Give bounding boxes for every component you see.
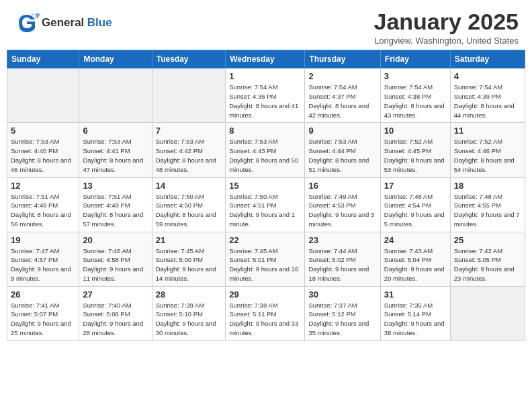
- day-number: 22: [229, 235, 301, 245]
- calendar-cell: 2Sunrise: 7:54 AM Sunset: 4:37 PM Daylig…: [305, 68, 380, 123]
- day-info: Sunrise: 7:53 AM Sunset: 4:42 PM Dayligh…: [156, 137, 222, 174]
- title-section: January 2025 Longview, Washington, Unite…: [374, 9, 519, 46]
- calendar-row-0: 1Sunrise: 7:54 AM Sunset: 4:36 PM Daylig…: [7, 68, 525, 123]
- day-number: 16: [308, 181, 376, 191]
- calendar-cell: 13Sunrise: 7:51 AM Sunset: 4:49 PM Dayli…: [79, 177, 152, 232]
- calendar-cell: 10Sunrise: 7:52 AM Sunset: 4:45 PM Dayli…: [380, 123, 450, 177]
- day-info: Sunrise: 7:53 AM Sunset: 4:44 PM Dayligh…: [308, 137, 376, 174]
- day-number: 29: [229, 289, 301, 300]
- day-info: Sunrise: 7:52 AM Sunset: 4:46 PM Dayligh…: [454, 137, 521, 174]
- calendar-cell: 26Sunrise: 7:41 AM Sunset: 5:07 PM Dayli…: [7, 286, 79, 340]
- day-number: 12: [11, 181, 75, 191]
- calendar-cell: 17Sunrise: 7:48 AM Sunset: 4:54 PM Dayli…: [380, 177, 450, 232]
- day-info: Sunrise: 7:44 AM Sunset: 5:02 PM Dayligh…: [308, 246, 376, 283]
- day-info: Sunrise: 7:42 AM Sunset: 5:05 PM Dayligh…: [454, 246, 521, 283]
- day-number: 2: [308, 71, 376, 81]
- location: Longview, Washington, United States: [374, 36, 519, 46]
- calendar-cell: 20Sunrise: 7:46 AM Sunset: 4:58 PM Dayli…: [79, 232, 152, 286]
- calendar-cell: 23Sunrise: 7:44 AM Sunset: 5:02 PM Dayli…: [305, 232, 380, 286]
- day-info: Sunrise: 7:40 AM Sunset: 5:08 PM Dayligh…: [83, 301, 148, 338]
- calendar-cell: [7, 68, 79, 123]
- calendar-cell: 25Sunrise: 7:42 AM Sunset: 5:05 PM Dayli…: [450, 232, 525, 286]
- calendar-cell: 3Sunrise: 7:54 AM Sunset: 4:38 PM Daylig…: [380, 68, 450, 123]
- day-info: Sunrise: 7:52 AM Sunset: 4:45 PM Dayligh…: [384, 137, 447, 174]
- day-number: 14: [156, 181, 222, 191]
- day-info: Sunrise: 7:53 AM Sunset: 4:43 PM Dayligh…: [229, 137, 301, 174]
- col-sunday: Sunday: [7, 50, 79, 68]
- day-info: Sunrise: 7:37 AM Sunset: 5:12 PM Dayligh…: [308, 301, 376, 338]
- calendar-cell: 12Sunrise: 7:51 AM Sunset: 4:48 PM Dayli…: [7, 177, 79, 232]
- day-number: 6: [83, 126, 148, 136]
- header: General Blue January 2025 Longview, Wash…: [0, 0, 532, 50]
- col-saturday: Saturday: [450, 50, 525, 68]
- calendar-cell: 19Sunrise: 7:47 AM Sunset: 4:57 PM Dayli…: [7, 232, 79, 286]
- logo-general: General: [42, 16, 84, 29]
- day-info: Sunrise: 7:54 AM Sunset: 4:39 PM Dayligh…: [454, 83, 521, 120]
- day-number: 25: [454, 235, 521, 245]
- day-info: Sunrise: 7:51 AM Sunset: 4:49 PM Dayligh…: [83, 192, 148, 229]
- calendar-cell: 28Sunrise: 7:39 AM Sunset: 5:10 PM Dayli…: [152, 286, 225, 340]
- logo: General Blue: [13, 9, 112, 36]
- day-number: 10: [384, 126, 447, 136]
- day-info: Sunrise: 7:43 AM Sunset: 5:04 PM Dayligh…: [384, 246, 447, 283]
- calendar-cell: 29Sunrise: 7:38 AM Sunset: 5:11 PM Dayli…: [226, 286, 305, 340]
- calendar-wrapper: Sunday Monday Tuesday Wednesday Thursday…: [0, 50, 532, 347]
- calendar-header-row: Sunday Monday Tuesday Wednesday Thursday…: [7, 50, 525, 68]
- day-info: Sunrise: 7:48 AM Sunset: 4:55 PM Dayligh…: [454, 192, 521, 229]
- calendar-cell: [450, 286, 525, 340]
- col-monday: Monday: [79, 50, 152, 68]
- day-info: Sunrise: 7:51 AM Sunset: 4:48 PM Dayligh…: [11, 192, 75, 229]
- day-info: Sunrise: 7:38 AM Sunset: 5:11 PM Dayligh…: [229, 301, 301, 338]
- calendar-cell: 15Sunrise: 7:50 AM Sunset: 4:51 PM Dayli…: [226, 177, 305, 232]
- day-number: 21: [156, 235, 222, 245]
- calendar-cell: 27Sunrise: 7:40 AM Sunset: 5:08 PM Dayli…: [79, 286, 152, 340]
- month-title: January 2025: [374, 9, 519, 34]
- calendar-row-4: 26Sunrise: 7:41 AM Sunset: 5:07 PM Dayli…: [7, 286, 525, 340]
- calendar-cell: 8Sunrise: 7:53 AM Sunset: 4:43 PM Daylig…: [226, 123, 305, 177]
- day-info: Sunrise: 7:47 AM Sunset: 4:57 PM Dayligh…: [11, 246, 75, 283]
- calendar-cell: 9Sunrise: 7:53 AM Sunset: 4:44 PM Daylig…: [305, 123, 380, 177]
- day-number: 27: [83, 289, 148, 300]
- logo-text: General Blue: [42, 17, 112, 30]
- calendar-cell: [79, 68, 152, 123]
- calendar-cell: 21Sunrise: 7:45 AM Sunset: 5:00 PM Dayli…: [152, 232, 225, 286]
- logo-icon: [13, 9, 40, 36]
- day-info: Sunrise: 7:54 AM Sunset: 4:38 PM Dayligh…: [384, 83, 447, 120]
- col-wednesday: Wednesday: [226, 50, 305, 68]
- day-info: Sunrise: 7:54 AM Sunset: 4:36 PM Dayligh…: [229, 83, 301, 120]
- day-number: 24: [384, 235, 447, 245]
- calendar-cell: 7Sunrise: 7:53 AM Sunset: 4:42 PM Daylig…: [152, 123, 225, 177]
- day-number: 30: [308, 289, 376, 300]
- calendar-cell: 5Sunrise: 7:53 AM Sunset: 4:40 PM Daylig…: [7, 123, 79, 177]
- day-number: 8: [229, 126, 301, 136]
- day-info: Sunrise: 7:54 AM Sunset: 4:37 PM Dayligh…: [308, 83, 376, 120]
- col-tuesday: Tuesday: [152, 50, 225, 68]
- page-wrapper: General Blue January 2025 Longview, Wash…: [0, 0, 532, 348]
- day-number: 20: [83, 235, 148, 245]
- day-number: 26: [11, 289, 75, 300]
- day-number: 31: [384, 289, 447, 300]
- calendar-cell: 11Sunrise: 7:52 AM Sunset: 4:46 PM Dayli…: [450, 123, 525, 177]
- day-number: 9: [308, 126, 376, 136]
- calendar-cell: 24Sunrise: 7:43 AM Sunset: 5:04 PM Dayli…: [380, 232, 450, 286]
- calendar-cell: 31Sunrise: 7:35 AM Sunset: 5:14 PM Dayli…: [380, 286, 450, 340]
- logo-blue: Blue: [87, 16, 112, 29]
- calendar-row-2: 12Sunrise: 7:51 AM Sunset: 4:48 PM Dayli…: [7, 177, 525, 232]
- day-number: 18: [454, 181, 521, 191]
- calendar-cell: 14Sunrise: 7:50 AM Sunset: 4:50 PM Dayli…: [152, 177, 225, 232]
- calendar-cell: 4Sunrise: 7:54 AM Sunset: 4:39 PM Daylig…: [450, 68, 525, 123]
- day-number: 7: [156, 126, 222, 136]
- calendar-row-1: 5Sunrise: 7:53 AM Sunset: 4:40 PM Daylig…: [7, 123, 525, 177]
- day-info: Sunrise: 7:45 AM Sunset: 5:00 PM Dayligh…: [156, 246, 222, 283]
- calendar-cell: 1Sunrise: 7:54 AM Sunset: 4:36 PM Daylig…: [226, 68, 305, 123]
- day-number: 5: [11, 126, 75, 136]
- day-number: 17: [384, 181, 447, 191]
- calendar-cell: 16Sunrise: 7:49 AM Sunset: 4:53 PM Dayli…: [305, 177, 380, 232]
- calendar-cell: [152, 68, 225, 123]
- calendar-cell: 22Sunrise: 7:45 AM Sunset: 5:01 PM Dayli…: [226, 232, 305, 286]
- col-friday: Friday: [380, 50, 450, 68]
- calendar-table: Sunday Monday Tuesday Wednesday Thursday…: [7, 50, 525, 340]
- day-info: Sunrise: 7:50 AM Sunset: 4:50 PM Dayligh…: [156, 192, 222, 229]
- day-number: 28: [156, 289, 222, 300]
- day-info: Sunrise: 7:46 AM Sunset: 4:58 PM Dayligh…: [83, 246, 148, 283]
